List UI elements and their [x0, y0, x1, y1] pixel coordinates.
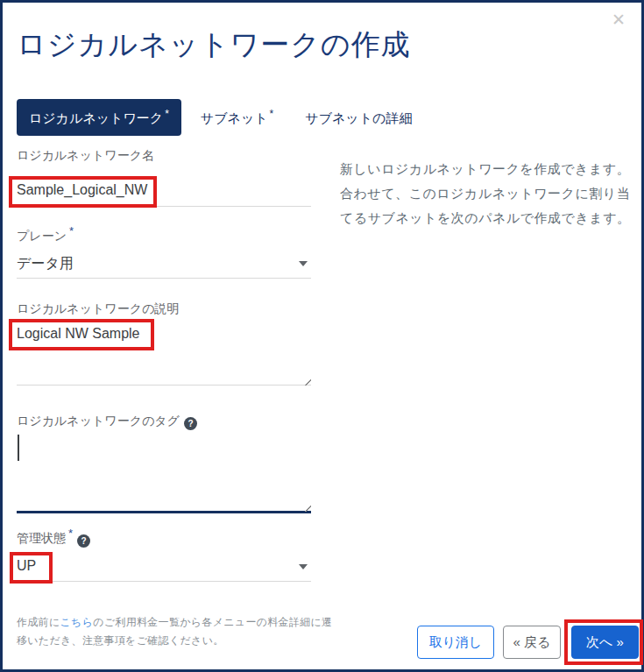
side-note-text: 新しいロジカルネットワークを作成できます。合わせて、このロジカルネットワークに割…	[340, 157, 636, 230]
required-mark: *	[68, 527, 73, 540]
name-input[interactable]: Sample_Logical_NW	[17, 182, 311, 198]
name-field-label: ロジカルネットワーク名	[17, 148, 154, 164]
plane-select-underline	[17, 278, 311, 279]
tab-logical-network[interactable]: ロジカルネットワーク*	[17, 99, 181, 136]
resize-grip-icon[interactable]	[302, 377, 311, 386]
help-icon[interactable]: ?	[184, 417, 197, 430]
description-field-label: ロジカルネットワークの説明	[17, 301, 179, 317]
label-text: ロジカルネットワークのタグ	[17, 414, 180, 428]
wizard-tabs: ロジカルネットワーク* サブネット* サブネットの詳細	[17, 99, 426, 136]
description-textarea[interactable]: Logical NW Sample	[17, 326, 311, 342]
admin-state-underline	[17, 581, 311, 582]
required-mark: *	[165, 108, 169, 120]
description-underline	[17, 385, 311, 386]
pricing-link[interactable]: こちら	[60, 616, 93, 628]
tab-subnet-details[interactable]: サブネットの詳細	[293, 99, 426, 136]
plane-select[interactable]: データ用	[17, 255, 311, 273]
chevron-down-icon[interactable]	[299, 261, 308, 266]
tab-label: サブネットの詳細	[305, 110, 412, 125]
back-button[interactable]: « 戻る	[503, 626, 561, 659]
tab-label: ロジカルネットワーク	[29, 110, 163, 125]
plane-field-label: プレーン*	[17, 224, 74, 244]
label-text: ロジカルネットワークの説明	[17, 301, 179, 315]
tags-field-label: ロジカルネットワークのタグ?	[17, 414, 197, 430]
admin-state-field-label: 管理状態*?	[17, 527, 90, 548]
label-text: 管理状態	[17, 531, 66, 545]
create-logical-network-dialog: ✕ ロジカルネットワークの作成 ロジカルネットワーク* サブネット* サブネット…	[0, 0, 644, 672]
tags-underline-focused	[17, 511, 311, 513]
footer-note: 作成前にこちらのご利用料金一覧から各メニューの料金詳細に遷移いただき、注意事項を…	[17, 613, 343, 650]
cancel-button[interactable]: 取り消し	[417, 626, 494, 659]
footer-note-before: 作成前に	[17, 616, 60, 628]
help-icon[interactable]: ?	[77, 534, 90, 548]
page-title: ロジカルネットワークの作成	[17, 25, 411, 65]
required-mark: *	[270, 108, 274, 120]
tags-textarea[interactable]	[17, 435, 311, 512]
admin-state-select[interactable]: UP	[17, 558, 311, 574]
chevron-down-icon[interactable]	[299, 564, 308, 569]
label-text: プレーン	[17, 229, 67, 243]
text-cursor	[18, 435, 19, 461]
required-mark: *	[69, 224, 74, 237]
next-button[interactable]: 次へ »	[571, 626, 639, 659]
close-icon[interactable]: ✕	[612, 11, 626, 28]
name-input-underline	[17, 206, 311, 207]
tab-subnet[interactable]: サブネット*	[188, 99, 286, 136]
tab-label: サブネット	[201, 110, 268, 125]
label-text: ロジカルネットワーク名	[17, 148, 154, 162]
